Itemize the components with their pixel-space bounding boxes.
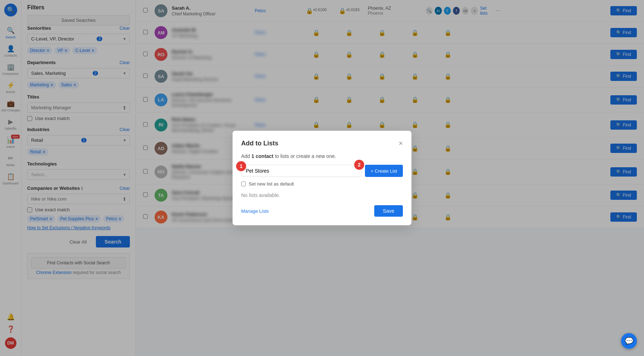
modal-default-checkbox-row: Set new list as default xyxy=(241,181,403,187)
modal-subtitle-suffix: to lists or create a new one. xyxy=(273,153,336,159)
step-1-badge: 1 xyxy=(236,161,246,171)
chat-bubble-button[interactable]: 💬 xyxy=(621,333,637,349)
modal-subtitle: Add 1 contact to lists or create a new o… xyxy=(241,153,403,159)
manage-lists-link[interactable]: Manage Lists xyxy=(241,208,269,214)
list-search-row: 1 2 + Create List xyxy=(241,165,403,177)
modal-default-checkbox[interactable] xyxy=(241,182,246,186)
save-button[interactable]: Save xyxy=(374,205,403,217)
add-to-lists-modal: Add to Lists × Add 1 contact to lists or… xyxy=(233,131,411,225)
modal-contact-count: 1 contact xyxy=(252,153,273,159)
modal-close-button[interactable]: × xyxy=(399,139,403,148)
modal-footer: Manage Lists Save xyxy=(241,205,403,217)
step-2-badge: 2 xyxy=(354,160,364,170)
modal-overlay: Add to Lists × Add 1 contact to lists or… xyxy=(0,0,644,356)
modal-default-label: Set new list as default xyxy=(249,181,294,187)
modal-subtitle-prefix: Add xyxy=(241,153,252,159)
modal-header: Add to Lists × xyxy=(241,139,403,148)
list-search-input[interactable] xyxy=(241,165,361,177)
app-container: 🔍 🔍 Search 👤 Contacts 🏢 Companies ⚡ Enri… xyxy=(0,0,644,356)
no-lists-text: No lists available. xyxy=(241,192,403,198)
modal-title: Add to Lists xyxy=(241,140,278,147)
create-list-button[interactable]: + Create List xyxy=(365,165,403,177)
